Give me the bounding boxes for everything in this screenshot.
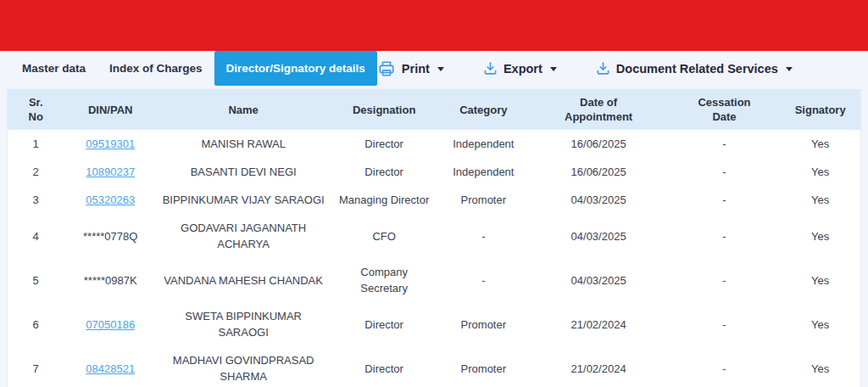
cell-designation: Director bbox=[330, 158, 438, 186]
cell-din: 05320263 bbox=[64, 186, 157, 214]
cell-date_of_appointment: 04/03/2025 bbox=[529, 186, 669, 214]
cell-sr: 7 bbox=[8, 346, 64, 387]
din-link[interactable]: 05320263 bbox=[86, 194, 135, 206]
cell-date_of_appointment: 21/02/2024 bbox=[529, 302, 669, 346]
export-label: Export bbox=[504, 62, 542, 76]
cell-date_of_appointment: 16/06/2025 bbox=[529, 158, 669, 186]
export-button[interactable]: Export bbox=[483, 61, 557, 76]
cell-cessation_date: - bbox=[669, 346, 781, 387]
din-link[interactable]: 10890237 bbox=[86, 165, 135, 178]
cell-signatory: Yes bbox=[780, 346, 860, 387]
chevron-down-icon bbox=[786, 67, 793, 71]
cell-category: - bbox=[438, 258, 529, 302]
download-icon bbox=[483, 61, 498, 76]
cell-designation: Director bbox=[330, 346, 438, 387]
cell-designation: Director bbox=[330, 302, 438, 346]
toolbar-actions: Print Export Document Re bbox=[377, 51, 868, 86]
document-related-services-button[interactable]: Document Related Services bbox=[596, 61, 793, 76]
tab-bar: Master data Index of Charges Director/Si… bbox=[0, 51, 868, 86]
cell-cessation_date: - bbox=[669, 214, 781, 258]
cell-category: Independent bbox=[438, 158, 529, 186]
cell-category: Promoter bbox=[438, 302, 529, 346]
cell-name: BIPPINKUMAR VIJAY SARAOGI bbox=[157, 186, 330, 214]
cell-name: VANDANA MAHESH CHANDAK bbox=[157, 258, 330, 302]
table-row: 4*****0778QGODAVARI JAGANNATH ACHARYACFO… bbox=[8, 214, 860, 258]
cell-designation: Director bbox=[330, 130, 438, 158]
table-row: 708428521MADHAVI GOVINDPRASAD SHARMADire… bbox=[8, 346, 860, 387]
din-link[interactable]: 07050186 bbox=[86, 318, 135, 331]
cell-category: Promoter bbox=[438, 346, 529, 387]
cell-din: *****0987K bbox=[64, 258, 157, 302]
col-header-name: Name bbox=[157, 89, 330, 130]
cell-signatory: Yes bbox=[780, 214, 860, 258]
cell-din: 07050186 bbox=[64, 302, 157, 346]
cell-din: 09519301 bbox=[64, 130, 157, 158]
cell-designation: CFO bbox=[330, 214, 438, 258]
cell-name: SWETA BIPPINKUMAR SARAOGI bbox=[157, 302, 330, 346]
cell-sr: 5 bbox=[8, 258, 64, 302]
document-related-services-label: Document Related Services bbox=[616, 62, 778, 76]
cell-signatory: Yes bbox=[780, 158, 860, 186]
col-header-sr-no: Sr. No bbox=[8, 89, 64, 130]
print-button[interactable]: Print bbox=[377, 60, 444, 77]
cell-sr: 1 bbox=[8, 130, 64, 158]
cell-din: *****0778Q bbox=[64, 214, 157, 258]
tab-master-data[interactable]: Master data bbox=[10, 51, 97, 86]
cell-cessation_date: - bbox=[669, 258, 781, 302]
table-row: 210890237BASANTI DEVI NEGIDirectorIndepe… bbox=[8, 158, 860, 186]
tab-index-of-charges[interactable]: Index of Charges bbox=[97, 51, 214, 86]
cell-name: MANISH RAWAL bbox=[157, 130, 330, 158]
cell-category: - bbox=[438, 214, 529, 258]
cell-cessation_date: - bbox=[669, 186, 781, 214]
cell-sr: 4 bbox=[8, 214, 64, 258]
cell-category: Promoter bbox=[438, 186, 529, 214]
tab-director-signatory-details[interactable]: Director/Signatory details bbox=[214, 51, 377, 86]
print-label: Print bbox=[402, 62, 430, 76]
col-header-category: Category bbox=[438, 89, 529, 130]
cell-signatory: Yes bbox=[780, 130, 860, 158]
download-icon bbox=[596, 61, 610, 76]
cell-name: GODAVARI JAGANNATH ACHARYA bbox=[157, 214, 330, 258]
top-banner bbox=[0, 0, 868, 51]
cell-designation: Managing Director bbox=[330, 186, 438, 214]
cell-date_of_appointment: 04/03/2025 bbox=[529, 214, 669, 258]
chevron-down-icon bbox=[437, 67, 444, 71]
table-row: 5*****0987KVANDANA MAHESH CHANDAKCompany… bbox=[8, 258, 860, 302]
cell-sr: 3 bbox=[8, 186, 64, 214]
cell-din: 10890237 bbox=[64, 158, 157, 186]
table-row: 305320263BIPPINKUMAR VIJAY SARAOGIManagi… bbox=[8, 186, 860, 214]
table-row: 607050186SWETA BIPPINKUMAR SARAOGIDirect… bbox=[8, 302, 860, 346]
tabs-group: Master data Index of Charges Director/Si… bbox=[10, 51, 377, 86]
col-header-cessation-date: Cessation Date bbox=[669, 89, 781, 130]
cell-date_of_appointment: 21/02/2024 bbox=[529, 346, 669, 387]
cell-signatory: Yes bbox=[780, 258, 860, 302]
cell-signatory: Yes bbox=[780, 186, 860, 214]
cell-sr: 2 bbox=[8, 158, 64, 186]
table-row: 109519301MANISH RAWALDirectorIndependent… bbox=[8, 130, 860, 158]
cell-name: MADHAVI GOVINDPRASAD SHARMA bbox=[157, 346, 330, 387]
printer-icon bbox=[377, 60, 396, 77]
cell-designation: Company Secretary bbox=[330, 258, 438, 302]
cell-name: BASANTI DEVI NEGI bbox=[157, 158, 330, 186]
col-header-din-pan: DIN/PAN bbox=[64, 89, 157, 130]
cell-cessation_date: - bbox=[669, 302, 781, 346]
cell-sr: 6 bbox=[8, 302, 64, 346]
din-link[interactable]: 09519301 bbox=[86, 137, 135, 150]
table-body: 109519301MANISH RAWALDirectorIndependent… bbox=[8, 130, 860, 387]
table-header: Sr. No DIN/PAN Name Designation Category… bbox=[8, 89, 860, 130]
din-link[interactable]: 08428521 bbox=[86, 362, 135, 375]
cell-din: 08428521 bbox=[64, 346, 157, 387]
col-header-date-of-appointment: Date of Appointment bbox=[529, 89, 669, 130]
cell-date_of_appointment: 04/03/2025 bbox=[529, 258, 669, 302]
cell-date_of_appointment: 16/06/2025 bbox=[529, 130, 669, 158]
cell-signatory: Yes bbox=[780, 302, 860, 346]
cell-category: Independent bbox=[438, 130, 529, 158]
col-header-designation: Designation bbox=[330, 89, 438, 130]
director-signatory-table: Sr. No DIN/PAN Name Designation Category… bbox=[7, 89, 861, 387]
cell-cessation_date: - bbox=[669, 158, 781, 186]
chevron-down-icon bbox=[550, 67, 557, 71]
col-header-signatory: Signatory bbox=[780, 89, 860, 130]
cell-cessation_date: - bbox=[669, 130, 781, 158]
